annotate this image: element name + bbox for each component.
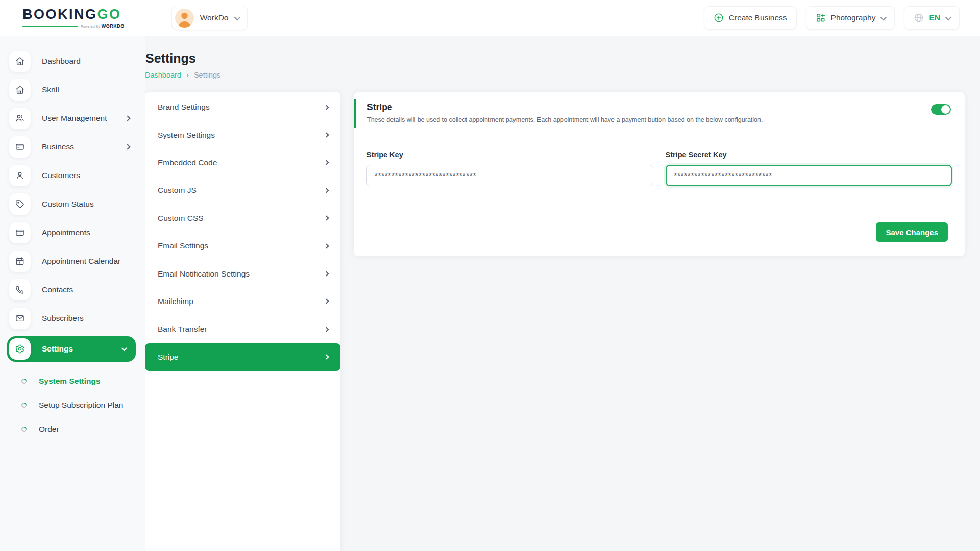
settings-menu-item-custom-css[interactable]: Custom CSS [145, 205, 340, 232]
sidebar-item-appointments[interactable]: Appointments [7, 222, 136, 243]
sidebar-item-subscribers[interactable]: Subscribers [7, 308, 136, 329]
settings-menu-item-email-settings[interactable]: Email Settings [145, 232, 340, 260]
menu-item-label: Mailchimp [158, 297, 193, 306]
circle-bullet-icon [20, 401, 28, 408]
phone-icon [9, 279, 31, 300]
calendar-icon [9, 251, 31, 272]
settings-menu-item-custom-js[interactable]: Custom JS [145, 177, 340, 204]
chevron-right-icon [324, 133, 329, 138]
stripe-secret-key-field-group: Stripe Secret Key **********************… [666, 151, 952, 186]
chevron-right-icon [324, 216, 329, 221]
powered-brand-text: WORKDO [102, 24, 125, 29]
sidebar-subitem-order[interactable]: Order [7, 417, 136, 441]
breadcrumb: Dashboard › Settings [145, 70, 965, 79]
workspace-label: WorkDo [200, 13, 229, 22]
logo-text: BOOKINGGO [22, 8, 125, 21]
settings-menu-item-system-settings[interactable]: System Settings [145, 121, 340, 148]
save-changes-button[interactable]: Save Changes [876, 222, 948, 242]
powered-by-text: Powered By [81, 24, 100, 28]
sidebar-item-label: Appointment Calendar [42, 257, 120, 266]
menu-item-label: System Settings [158, 131, 215, 140]
settings-menu-item-embedded-code[interactable]: Embedded Code [145, 149, 340, 177]
menu-item-label: Embedded Code [158, 158, 217, 167]
sidebar-subitem-label: System Settings [39, 377, 101, 386]
menu-item-label: Custom CSS [158, 214, 204, 223]
stripe-panel-description: These details will be used to collect ap… [367, 116, 951, 123]
sidebar-item-appointment-calendar[interactable]: Appointment Calendar [7, 251, 136, 272]
sidebar-subitem-system-settings[interactable]: System Settings [7, 369, 136, 393]
sidebar-item-label: Business [42, 142, 74, 152]
sidebar-item-label: Custom Status [42, 199, 94, 209]
user-icon [9, 165, 31, 186]
sidebar: Dashboard Skrill User Management Busines… [0, 36, 145, 551]
sidebar-item-label: Dashboard [42, 57, 81, 66]
stripe-enabled-toggle[interactable] [931, 104, 951, 115]
sidebar-item-dashboard[interactable]: Dashboard [7, 51, 136, 72]
settings-menu-item-stripe[interactable]: Stripe [145, 343, 340, 371]
settings-menu-item-mailchimp[interactable]: Mailchimp [145, 288, 340, 315]
chevron-right-icon [324, 105, 329, 110]
sidebar-item-label: Skrill [42, 85, 59, 94]
sidebar-item-label: User Management [42, 114, 107, 123]
credit-card-icon [9, 136, 31, 158]
card-icon [9, 222, 31, 243]
main-content: Settings Dashboard › Settings Brand Sett… [145, 0, 980, 551]
bookinggo-logo[interactable]: BOOKINGGO Powered By WORKDO [22, 8, 125, 29]
sidebar-item-user-management[interactable]: User Management [7, 108, 136, 129]
sidebar-item-business[interactable]: Business [7, 136, 136, 158]
chevron-down-icon [121, 345, 127, 351]
circle-bullet-icon [20, 377, 28, 384]
grid-plus-icon [816, 13, 826, 23]
language-dropdown[interactable]: EN [904, 6, 960, 30]
stripe-secret-key-value: ***************************** [674, 171, 773, 180]
language-code: EN [929, 13, 940, 22]
stripe-panel: Stripe These details will be used to col… [354, 92, 965, 256]
sidebar-item-label: Contacts [42, 285, 73, 294]
circle-bullet-icon [20, 425, 28, 432]
topbar: BOOKINGGO Powered By WORKDO WorkDo Creat… [0, 0, 980, 36]
settings-menu-item-brand-settings[interactable]: Brand Settings [145, 93, 340, 121]
globe-icon [914, 13, 924, 23]
menu-item-label: Bank Transfer [158, 324, 207, 334]
settings-menu-item-email-notification-settings[interactable]: Email Notification Settings [145, 260, 340, 287]
text-cursor [773, 171, 773, 181]
chevron-right-icon [324, 355, 329, 360]
sidebar-item-customers[interactable]: Customers [7, 165, 136, 186]
avatar [175, 9, 194, 28]
logo-underline [22, 26, 78, 27]
chevron-down-icon [945, 14, 952, 20]
workspace-dropdown[interactable]: WorkDo [172, 6, 248, 30]
sidebar-item-label: Settings [42, 344, 73, 354]
settings-menu-item-bank-transfer[interactable]: Bank Transfer [145, 315, 340, 343]
breadcrumb-current: Settings [194, 71, 220, 79]
breadcrumb-separator: › [186, 70, 189, 79]
chevron-right-icon [324, 160, 329, 165]
mail-icon [9, 308, 31, 329]
sidebar-item-label: Customers [42, 171, 80, 180]
sidebar-item-label: Subscribers [42, 314, 84, 323]
logo-tagline: Powered By WORKDO [22, 24, 125, 29]
stripe-panel-title: Stripe [367, 102, 951, 113]
gear-icon [9, 338, 31, 360]
chevron-right-icon [125, 115, 130, 121]
business-selector-dropdown[interactable]: Photography [806, 6, 895, 30]
stripe-panel-footer: Save Changes [354, 208, 965, 256]
tag-icon [9, 193, 31, 215]
stripe-secret-key-input[interactable]: ***************************** [666, 165, 952, 186]
create-business-label: Create Business [729, 13, 787, 22]
sidebar-item-custom-status[interactable]: Custom Status [7, 193, 136, 215]
stripe-key-input[interactable]: ****************************** [366, 165, 653, 186]
stripe-key-label: Stripe Key [366, 151, 653, 159]
home-icon [9, 79, 31, 101]
create-business-button[interactable]: Create Business [704, 6, 797, 30]
chevron-right-icon [324, 188, 329, 193]
home-icon [9, 51, 31, 72]
sidebar-subitem-setup-subscription-plan[interactable]: Setup Subscription Plan [7, 393, 136, 417]
sidebar-item-skrill[interactable]: Skrill [7, 79, 136, 101]
sidebar-item-contacts[interactable]: Contacts [7, 279, 136, 300]
sidebar-subitem-label: Setup Subscription Plan [39, 400, 123, 410]
menu-item-label: Email Notification Settings [158, 269, 250, 279]
sidebar-item-settings[interactable]: Settings [7, 336, 136, 362]
breadcrumb-dashboard-link[interactable]: Dashboard [145, 71, 181, 79]
chevron-right-icon [324, 327, 329, 332]
